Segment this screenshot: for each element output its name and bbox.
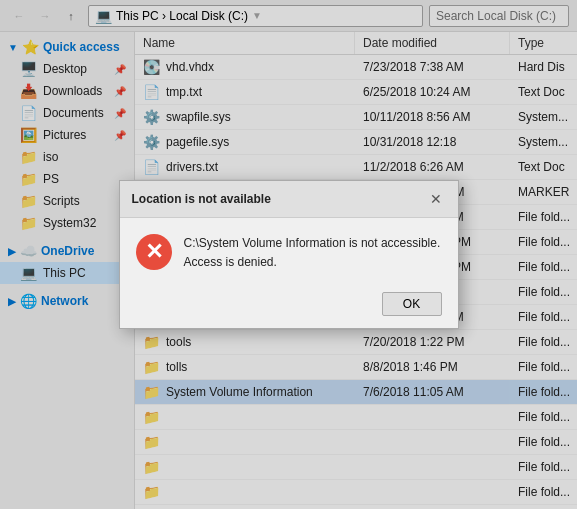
dialog-message-line1: C:\System Volume Information is not acce…	[184, 234, 441, 253]
error-icon: ✕	[136, 234, 172, 270]
error-dialog: Location is not available ✕ ✕ C:\System …	[119, 180, 459, 329]
dialog-body: ✕ C:\System Volume Information is not ac…	[120, 218, 458, 284]
dialog-close-button[interactable]: ✕	[426, 189, 446, 209]
dialog-footer: OK	[120, 284, 458, 328]
dialog-message-line2: Access is denied.	[184, 253, 441, 272]
dialog-overlay: Location is not available ✕ ✕ C:\System …	[0, 0, 577, 509]
dialog-title-bar: Location is not available ✕	[120, 181, 458, 218]
dialog-title: Location is not available	[132, 192, 271, 206]
dialog-message: C:\System Volume Information is not acce…	[184, 234, 441, 272]
ok-button[interactable]: OK	[382, 292, 442, 316]
